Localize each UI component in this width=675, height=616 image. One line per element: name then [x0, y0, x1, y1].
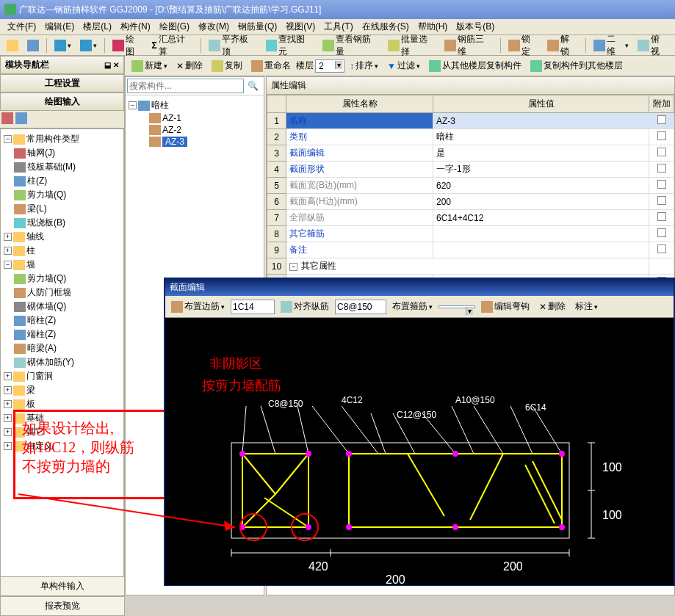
wall-hidden-col[interactable]: 暗柱(Z) [27, 314, 56, 327]
btn-del[interactable]: ✕ 删除 [173, 57, 206, 74]
anno-text1: 非阴影区 [209, 355, 262, 372]
tree-plate[interactable]: 板 [26, 398, 35, 410]
component-tree: −常用构件类型 轴网(J) 筏板基础(M) 柱(Z) 剪力墙(Q) 梁(L) 现… [1, 129, 123, 456]
grid-icon[interactable] [1, 112, 13, 124]
quick-icons [0, 111, 124, 128]
svg-line-16 [371, 413, 386, 454]
svg-line-19 [452, 406, 474, 454]
svg-rect-6 [349, 454, 562, 527]
wall-hidden-beam[interactable]: 暗梁(A) [27, 342, 57, 355]
comp-az2[interactable]: AZ-2 [162, 125, 181, 135]
tb-redo[interactable]: ▾ [76, 37, 101, 54]
svg-line-12 [261, 406, 275, 454]
btn-rename[interactable]: 重命名 [248, 57, 295, 74]
se-del[interactable]: ✕删除 [535, 298, 569, 315]
se-hook[interactable]: 编辑弯钩 [477, 298, 533, 315]
se-align[interactable]: 对齐纵筋 [277, 298, 333, 315]
svg-line-14 [312, 406, 349, 454]
btn-copyfrom[interactable]: 从其他楼层复制构件 [425, 57, 525, 74]
nav-title: 模块导航栏 ⬓ ✕ [0, 56, 124, 74]
svg-line-9 [525, 465, 555, 523]
wall-shear[interactable]: 剪力墙(Q) [27, 272, 66, 285]
dim-420: 420 [308, 560, 328, 573]
col-icon[interactable] [15, 112, 27, 124]
svg-line-10 [533, 461, 562, 520]
tree-beam2[interactable]: 梁 [26, 384, 35, 396]
wall-masonry[interactable]: 砌体墙(Q) [27, 300, 66, 313]
tree-shear[interactable]: 剪力墙(Q) [27, 189, 66, 201]
svg-point-26 [306, 524, 311, 530]
tree-slab[interactable]: 现浇板(B) [27, 217, 65, 229]
svg-line-4 [242, 494, 275, 527]
btn-copyto[interactable]: 复制构件到其他楼层 [527, 57, 627, 74]
svg-point-30 [346, 524, 352, 530]
tree-beam[interactable]: 梁(L) [27, 203, 47, 215]
btn-copy[interactable]: 复制 [208, 57, 246, 74]
svg-line-11 [242, 406, 246, 454]
svg-point-28 [452, 451, 458, 457]
se-title: 截面编辑 [165, 279, 674, 296]
btn-draw-input[interactable]: 绘图输入 [0, 93, 124, 111]
tree-column[interactable]: 柱(Z) [27, 175, 47, 187]
pin-icon[interactable]: ⬓ ✕ [104, 61, 119, 69]
left-panel: 模块导航栏 ⬓ ✕ 工程设置 绘图输入 −常用构件类型 轴网(J) 筏板基础(M… [0, 56, 125, 595]
svg-line-13 [297, 406, 308, 454]
comp-az3[interactable]: AZ-3 [162, 137, 187, 147]
svg-rect-0 [231, 443, 569, 538]
lbl-6c14: 6C14 [525, 402, 546, 413]
tree-common[interactable]: 常用构件类型 [26, 133, 79, 145]
search-input[interactable] [127, 79, 244, 93]
tree-grid[interactable]: 轴网(J) [27, 147, 55, 159]
combo-floor[interactable]: 2 [315, 59, 344, 73]
btn-new[interactable]: 新建▾ [128, 57, 171, 74]
annotation-text: 如果设计给出, 如10C12，则纵筋 不按剪力墙的 [22, 418, 134, 476]
toolbar-main: ▾ ▾ 绘图 Σ 汇总计算 平齐板顶 查找图元 查看钢筋量 批量选择 钢筋三维 … [0, 35, 675, 56]
se-combo[interactable] [438, 305, 475, 308]
lbl-4c12: 4C12 [342, 395, 363, 405]
svg-line-3 [275, 454, 308, 494]
search-icon[interactable]: 🔍 [244, 79, 262, 93]
btn-filter[interactable]: ▼过滤▾ [383, 57, 424, 74]
menu-edit[interactable]: 编辑(E) [40, 19, 79, 35]
se-hoop[interactable]: 布置箍筋▾ [389, 298, 436, 315]
section-canvas[interactable]: 非阴影区 按剪力墙配筋 C8@150 4C12 C12@150 A10@150 … [165, 318, 674, 585]
wall-end-col[interactable]: 端柱(Z) [27, 328, 56, 341]
svg-line-5 [264, 498, 308, 527]
tree-raft[interactable]: 筏板基础(M) [27, 161, 76, 173]
se-note[interactable]: 标注▾ [571, 298, 602, 315]
tree-axis[interactable]: 轴线 [26, 231, 44, 243]
comp-az1[interactable]: AZ-1 [162, 113, 181, 123]
svg-point-31 [452, 524, 458, 530]
tree-wall-g[interactable]: 墙 [26, 258, 35, 271]
tb-undo[interactable]: ▾ [51, 37, 75, 54]
comp-root[interactable]: 暗柱 [151, 99, 169, 112]
btn-sort[interactable]: ↕排序▾ [346, 57, 382, 74]
toolbar-comp: 新建▾ ✕ 删除 复制 重命名 楼层 2 ↕排序▾ ▼过滤▾ 从其他楼层复制构件… [125, 56, 675, 76]
svg-line-22 [533, 406, 562, 454]
tb-save[interactable] [24, 37, 43, 54]
se-val2[interactable] [335, 300, 386, 314]
se-val1[interactable] [231, 300, 275, 314]
tab-report[interactable]: 报表预览 [0, 596, 125, 616]
tree-door[interactable]: 门窗洞 [26, 370, 53, 383]
lbl-a10: A10@150 [455, 395, 495, 405]
lbl-c8: C8@150 [268, 399, 303, 409]
menu-file[interactable]: 文件(F) [3, 19, 40, 35]
lbl-c12: C12@150 [397, 410, 436, 420]
dim-100b: 100 [602, 509, 622, 522]
wall-rebar[interactable]: 砌体加筋(Y) [27, 356, 74, 369]
tb-open[interactable] [3, 37, 22, 54]
prop-name[interactable]: 名称 [286, 113, 433, 129]
title-bar: 广联达—钢筋抽样软件 GGJ2009 - [D:\预结算及抽筋\广联达抽筋\学习… [0, 0, 675, 19]
wall-defense[interactable]: 人防门框墙 [27, 286, 71, 299]
tab-single[interactable]: 单构件输入 [0, 576, 125, 596]
btn-proj[interactable]: 工程设置 [0, 74, 124, 93]
svg-point-27 [346, 451, 352, 457]
dim-200a: 200 [503, 560, 523, 573]
dim-200b: 200 [386, 573, 405, 587]
svg-point-23 [239, 451, 245, 457]
section-editor-window: 截面编辑 布置边筋▾ 对齐纵筋 布置箍筋▾ 编辑弯钩 ✕删除 标注▾ [164, 278, 675, 586]
se-edge[interactable]: 布置边筋▾ [167, 298, 228, 315]
expand-icon[interactable]: − [4, 135, 12, 143]
tree-col-g[interactable]: 柱 [26, 244, 35, 257]
